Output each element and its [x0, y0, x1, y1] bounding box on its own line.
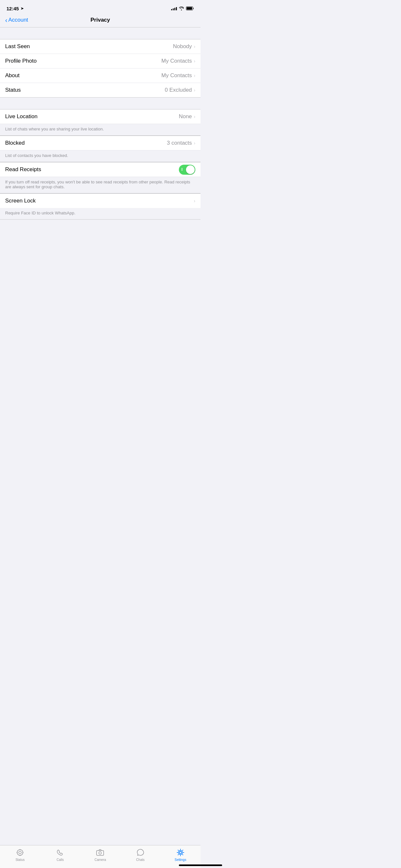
status-time: 12:45 ➤ — [6, 6, 24, 11]
section-spacer-2 — [0, 97, 201, 109]
wifi-icon — [179, 6, 184, 10]
screen-lock-chevron-icon: › — [194, 198, 195, 204]
read-receipts-toggle[interactable]: I — [179, 165, 195, 175]
last-seen-value: Nobody — [173, 43, 192, 50]
status-bar: 12:45 ➤ — [0, 0, 201, 14]
toggle-knob — [186, 165, 195, 174]
last-seen-value-group: Nobody › — [173, 43, 195, 50]
live-location-value-group: None › — [179, 113, 195, 120]
svg-rect-1 — [187, 7, 192, 10]
back-button[interactable]: ‹ Account — [5, 17, 28, 23]
status-chevron-icon: › — [194, 88, 195, 93]
read-receipts-label: Read Receipts — [5, 162, 41, 177]
live-location-label: Live Location — [5, 110, 37, 124]
status-value-group: 0 Excluded › — [165, 87, 195, 93]
screen-lock-description: Require Face ID to unlock WhatsApp. — [0, 208, 201, 219]
blocked-description: List of contacts you have blocked. — [0, 151, 201, 162]
live-location-chevron-icon: › — [194, 114, 195, 119]
screen-lock-row[interactable]: Screen Lock › — [0, 193, 201, 208]
main-content: Last Seen Nobody › Profile Photo My Cont… — [0, 27, 201, 252]
screen-lock-value-group: › — [194, 198, 195, 204]
last-seen-row[interactable]: Last Seen Nobody › — [0, 39, 201, 54]
status-icons — [171, 6, 194, 10]
about-value-group: My Contacts › — [161, 72, 195, 79]
blocked-chevron-icon: › — [194, 141, 195, 146]
battery-icon — [186, 6, 194, 10]
profile-photo-row[interactable]: Profile Photo My Contacts › — [0, 54, 201, 68]
back-label: Account — [8, 17, 28, 23]
last-seen-label: Last Seen — [5, 39, 30, 54]
visibility-section: Last Seen Nobody › Profile Photo My Cont… — [0, 39, 201, 97]
page-title: Privacy — [90, 17, 110, 23]
toggle-on-label: I — [181, 167, 182, 172]
status-row[interactable]: Status 0 Excluded › — [0, 83, 201, 97]
status-label: Status — [5, 83, 21, 97]
time-display: 12:45 — [6, 6, 19, 11]
about-row[interactable]: About My Contacts › — [0, 68, 201, 83]
blocked-row[interactable]: Blocked 3 contacts › — [0, 135, 201, 151]
status-value: 0 Excluded — [165, 87, 192, 93]
about-label: About — [5, 68, 19, 83]
section-spacer-1 — [0, 27, 201, 39]
profile-photo-value-group: My Contacts › — [161, 58, 195, 64]
signal-icon — [171, 6, 177, 10]
blocked-value-group: 3 contacts › — [167, 140, 195, 146]
live-location-value: None — [179, 113, 192, 120]
profile-photo-label: Profile Photo — [5, 54, 36, 68]
about-value: My Contacts — [161, 72, 192, 79]
read-receipts-row[interactable]: Read Receipts I — [0, 162, 201, 177]
blocked-value: 3 contacts — [167, 140, 192, 146]
read-receipts-description: If you turn off read receipts, you won't… — [0, 177, 201, 193]
back-chevron-icon: ‹ — [5, 17, 7, 23]
blocked-label: Blocked — [5, 136, 25, 150]
location-arrow-icon: ➤ — [21, 6, 24, 11]
live-location-description: List of chats where you are sharing your… — [0, 124, 201, 135]
nav-bar: ‹ Account Privacy — [0, 14, 201, 27]
last-seen-chevron-icon: › — [194, 44, 195, 49]
live-location-row[interactable]: Live Location None › — [0, 110, 201, 124]
other-section: Live Location None › List of chats where… — [0, 109, 201, 220]
screen-lock-label: Screen Lock — [5, 194, 36, 208]
about-chevron-icon: › — [194, 73, 195, 78]
profile-photo-value: My Contacts — [161, 58, 192, 64]
profile-photo-chevron-icon: › — [194, 58, 195, 64]
